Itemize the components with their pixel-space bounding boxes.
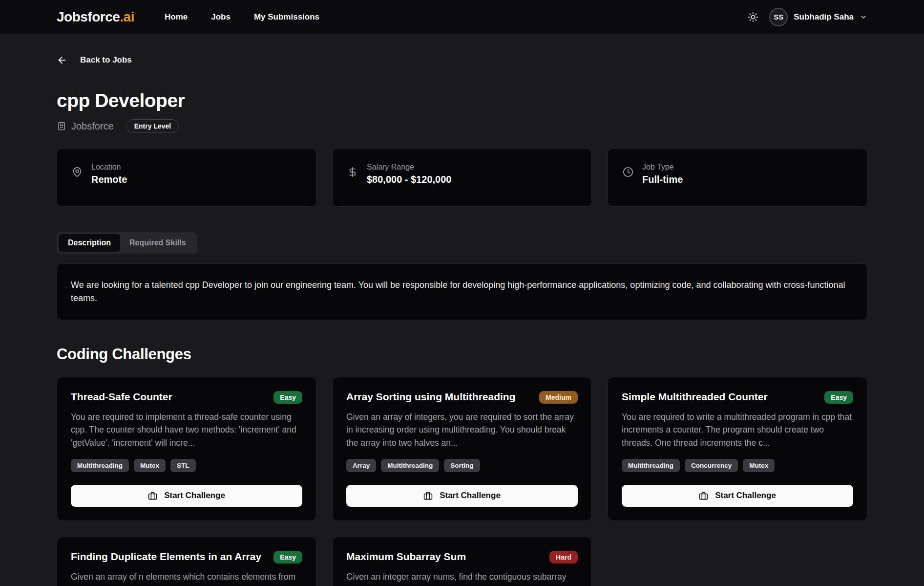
- tag: Sorting: [444, 459, 480, 472]
- nav-link-jobs[interactable]: Jobs: [211, 12, 231, 22]
- tag-row: Multithreading Mutex STL: [71, 459, 302, 472]
- start-challenge-label: Start Challenge: [715, 491, 776, 500]
- logo-brand-text: Jobsforce: [57, 9, 120, 24]
- job-type-value: Full-time: [642, 174, 683, 185]
- job-type-card: Job Type Full-time: [608, 149, 867, 207]
- dollar-icon: [347, 167, 358, 177]
- map-pin-icon: [72, 167, 83, 177]
- page-title: cpp Developer: [57, 90, 867, 111]
- challenge-description: Given an array of n elements which conta…: [71, 570, 302, 586]
- difficulty-badge: Easy: [824, 391, 853, 404]
- tag-row: Array Multithreading Sorting: [346, 459, 578, 472]
- tag: Mutex: [134, 459, 166, 472]
- clock-icon: [623, 167, 633, 177]
- tag: Multithreading: [71, 459, 129, 472]
- theme-toggle-button[interactable]: [748, 12, 758, 22]
- sun-icon: [748, 12, 758, 22]
- entry-level-badge: Entry Level: [126, 119, 179, 133]
- tag: Concurrency: [685, 459, 738, 472]
- challenge-card: Array Sorting using Multithreading Mediu…: [332, 377, 592, 521]
- challenge-title: Maximum Subarray Sum: [346, 551, 466, 563]
- tag: Multithreading: [622, 459, 680, 472]
- tag: Multithreading: [381, 459, 439, 472]
- briefcase-icon: [423, 491, 433, 500]
- tag: Array: [346, 459, 376, 472]
- challenge-card: Thread-Safe Counter Easy You are require…: [57, 377, 316, 521]
- job-info-cards: Location Remote Salary Range $80,000 - $…: [57, 149, 867, 207]
- company: Jobsforce: [57, 121, 114, 132]
- tag-row: Multithreading Concurrency Mutex: [622, 459, 853, 472]
- salary-card: Salary Range $80,000 - $120,000: [332, 149, 592, 207]
- briefcase-icon: [148, 491, 157, 500]
- detail-tabs: Description Required Skills: [57, 232, 197, 254]
- building-icon: [57, 121, 66, 131]
- nav-link-home[interactable]: Home: [165, 12, 188, 22]
- arrow-left-icon: [57, 55, 67, 65]
- location-card: Location Remote: [57, 149, 316, 207]
- challenge-card: Simple Multithreaded Counter Easy You ar…: [608, 377, 867, 521]
- challenge-title: Array Sorting using Multithreading: [346, 391, 516, 403]
- challenge-description: Given an integer array nums, find the co…: [346, 570, 578, 586]
- difficulty-badge: Easy: [273, 391, 302, 404]
- user-menu[interactable]: SS Subhadip Saha: [769, 8, 867, 26]
- challenge-title: Thread-Safe Counter: [71, 391, 172, 403]
- start-challenge-label: Start Challenge: [164, 491, 225, 500]
- challenge-title: Simple Multithreaded Counter: [622, 391, 768, 403]
- location-label: Location: [91, 163, 127, 172]
- challenge-grid: Thread-Safe Counter Easy You are require…: [57, 377, 867, 586]
- nav-link-my-submissions[interactable]: My Submissions: [254, 12, 319, 22]
- difficulty-badge: Medium: [539, 391, 578, 404]
- challenge-card: Maximum Subarray Sum Hard Given an integ…: [332, 537, 592, 586]
- salary-value: $80,000 - $120,000: [367, 174, 452, 185]
- start-challenge-button[interactable]: Start Challenge: [346, 485, 578, 507]
- job-description-panel: We are looking for a talented cpp Develo…: [57, 263, 867, 320]
- challenge-description: You are required to implement a thread-s…: [71, 411, 302, 449]
- main-content: Back to Jobs cpp Developer Jobsforce Ent…: [57, 34, 867, 586]
- tab-required-skills[interactable]: Required Skills: [120, 234, 195, 252]
- challenge-description: Given an array of integers, you are requ…: [346, 411, 578, 449]
- company-name: Jobsforce: [71, 121, 114, 132]
- tag: STL: [170, 459, 196, 472]
- back-to-jobs-label: Back to Jobs: [80, 55, 132, 65]
- challenge-title: Finding Duplicate Elements in an Array: [71, 551, 261, 563]
- logo[interactable]: Jobsforce.ai: [57, 9, 134, 25]
- tab-description[interactable]: Description: [59, 234, 120, 252]
- user-name: Subhadip Saha: [794, 12, 854, 22]
- coding-challenges-heading: Coding Challenges: [57, 346, 867, 363]
- navbar: Jobsforce.ai Home Jobs My Submissions SS…: [0, 0, 924, 34]
- start-challenge-button[interactable]: Start Challenge: [622, 485, 853, 507]
- start-challenge-label: Start Challenge: [440, 491, 501, 500]
- logo-accent-text: .ai: [120, 9, 134, 24]
- job-type-label: Job Type: [642, 163, 683, 172]
- challenge-card: Finding Duplicate Elements in an Array E…: [57, 537, 316, 586]
- nav-links: Home Jobs My Submissions: [165, 12, 319, 22]
- briefcase-icon: [699, 491, 708, 500]
- difficulty-badge: Easy: [273, 551, 302, 564]
- tag: Mutex: [743, 459, 775, 472]
- start-challenge-button[interactable]: Start Challenge: [71, 485, 302, 507]
- location-value: Remote: [91, 174, 127, 185]
- difficulty-badge: Hard: [549, 551, 578, 564]
- challenge-description: You are required to write a multithreade…: [622, 411, 853, 449]
- avatar[interactable]: SS: [769, 8, 788, 26]
- salary-label: Salary Range: [367, 163, 452, 172]
- chevron-down-icon: [860, 13, 867, 21]
- back-to-jobs-link[interactable]: Back to Jobs: [57, 55, 132, 65]
